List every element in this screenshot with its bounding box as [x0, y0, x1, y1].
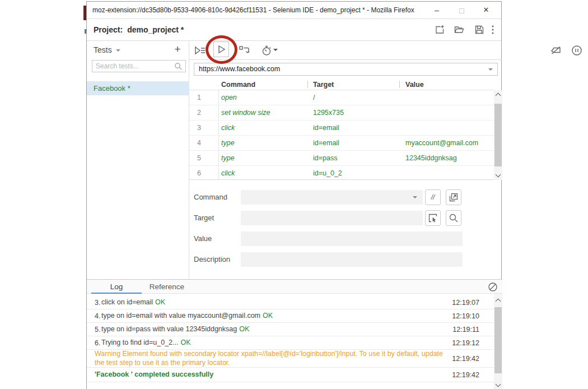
header-target: Target — [307, 79, 399, 90]
log-panel: 3. click on id=emailOK 12:19:07 4. type … — [87, 294, 494, 389]
scroll-up-icon[interactable] — [496, 299, 501, 304]
scroll-down-icon[interactable] — [496, 172, 501, 178]
playback-toolbar: REC — [189, 41, 502, 60]
row-number: 5 — [189, 151, 219, 165]
header-number-column — [189, 79, 219, 90]
row-value — [399, 166, 494, 180]
open-new-window-button[interactable] — [446, 189, 461, 205]
log-entry-success: 'Facebook ' completed successfully 12:19… — [87, 368, 494, 382]
clear-log-icon — [488, 282, 498, 292]
disable-breakpoints-button[interactable] — [550, 44, 562, 57]
step-over-button[interactable] — [238, 44, 250, 57]
save-project-button[interactable] — [474, 24, 485, 35]
save-icon — [474, 24, 485, 35]
clear-log-button[interactable] — [488, 282, 498, 292]
log-tab-bar: Log Reference — [87, 279, 502, 294]
run-all-tests-button[interactable] — [194, 44, 206, 57]
disable-breakpoints-icon — [550, 44, 562, 57]
log-status-ok: OK — [180, 339, 190, 346]
command-table: 1 open / 2 set window size 1295x735 3 cl… — [189, 90, 494, 180]
description-field-label: Description — [194, 255, 230, 263]
row-command: type — [219, 151, 307, 165]
row-target: id=email — [307, 136, 399, 150]
table-row[interactable]: 3 click id=email — [189, 121, 494, 136]
tests-sidebar: Tests + Facebook * — [87, 41, 189, 279]
minimize-button[interactable]: – — [430, 2, 444, 18]
title-bar: moz-extension://dc35d80b-9533-4906-810c-… — [87, 2, 501, 19]
tests-dropdown[interactable]: Tests — [94, 41, 112, 59]
tab-reference[interactable]: Reference — [147, 280, 186, 294]
row-target: / — [307, 90, 399, 105]
log-timestamp: 12:19:42 — [444, 371, 479, 379]
project-name: demo_project * — [127, 25, 184, 34]
tests-caret-icon — [116, 49, 120, 52]
maximize-icon — [459, 8, 464, 13]
row-target: id=u_0_2 — [307, 166, 399, 180]
scroll-down-icon[interactable] — [496, 382, 501, 387]
tab-log[interactable]: Log — [91, 280, 142, 294]
row-target: id=email — [307, 121, 399, 135]
maximize-button[interactable] — [455, 2, 468, 18]
row-command: set window size — [219, 105, 307, 120]
new-project-button[interactable] — [434, 24, 445, 35]
row-command: click — [219, 166, 307, 180]
selenium-ide-window: moz-extension://dc35d80b-9533-4906-810c-… — [86, 1, 502, 389]
value-input[interactable] — [241, 231, 463, 246]
new-project-icon — [434, 24, 445, 35]
row-value: myaccount@gmail.com — [399, 136, 494, 150]
open-project-button[interactable] — [454, 24, 465, 35]
target-field-label: Target — [194, 214, 214, 222]
row-value — [399, 121, 494, 135]
log-entry: 5. type on id=pass with value 12345iddgn… — [87, 323, 494, 336]
search-icon — [174, 62, 183, 71]
value-field-label: Value — [194, 234, 212, 243]
table-row[interactable]: 1 open / — [189, 90, 494, 105]
search-icon — [449, 213, 459, 223]
command-select[interactable] — [241, 190, 423, 205]
target-input[interactable] — [241, 211, 423, 225]
description-input[interactable] — [241, 252, 463, 267]
log-entry-text: type on id=email with value myaccount@gm… — [98, 312, 444, 321]
log-success-text: 'Facebook ' completed successfully — [87, 371, 444, 379]
command-caret-icon — [413, 196, 417, 198]
scrollbar-thumb[interactable] — [494, 104, 502, 166]
row-command: type — [219, 136, 307, 150]
log-entry-text: Trying to find id=u_0_2...OK — [98, 339, 444, 348]
test-speed-button[interactable] — [261, 44, 273, 57]
log-entry-text: type on id=pass with value 12345iddgnksa… — [98, 325, 444, 334]
row-command: click — [219, 121, 307, 135]
log-status-ok: OK — [263, 312, 273, 319]
row-target: 1295x735 — [307, 105, 399, 120]
log-timestamp: 12:19:11 — [444, 326, 479, 334]
pause-on-exceptions-button[interactable] — [571, 44, 583, 57]
test-item-facebook[interactable]: Facebook * — [87, 81, 189, 95]
row-number: 6 — [189, 166, 219, 180]
project-label: Project: — [94, 25, 123, 34]
table-row[interactable]: 6 click id=u_0_2 — [189, 166, 494, 180]
select-target-button[interactable] — [425, 210, 441, 226]
table-scrollbar[interactable] — [494, 90, 502, 180]
table-row[interactable]: 5 type id=pass 12345iddgnksag — [189, 151, 494, 166]
speed-caret-icon[interactable] — [273, 49, 278, 51]
run-all-icon — [194, 44, 206, 57]
log-entry-number: 6. — [87, 339, 98, 347]
find-target-button[interactable] — [446, 210, 461, 226]
log-scrollbar[interactable] — [494, 294, 502, 389]
log-timestamp: 12:19:42 — [444, 355, 479, 363]
close-button[interactable]: ✕ — [479, 2, 493, 18]
scrollbar-thumb[interactable] — [494, 307, 502, 373]
kebab-menu-icon — [489, 24, 496, 35]
project-menu-button[interactable] — [489, 24, 496, 35]
search-tests-input[interactable] — [96, 61, 171, 72]
row-value — [399, 105, 494, 120]
toggle-comment-button[interactable]: // — [425, 189, 441, 205]
log-status-ok: OK — [239, 325, 249, 333]
base-url-select[interactable]: https://www.facebook.com — [194, 63, 498, 76]
scroll-up-icon[interactable] — [496, 93, 501, 99]
command-table-header: Command Target Value — [189, 79, 494, 90]
add-test-button[interactable]: + — [170, 41, 185, 59]
project-bar: Project:demo_project * — [87, 19, 501, 41]
table-row[interactable]: 4 type id=email myaccount@gmail.com — [189, 136, 494, 151]
table-row[interactable]: 2 set window size 1295x735 — [189, 105, 494, 121]
log-entry-number: 3. — [87, 299, 98, 307]
